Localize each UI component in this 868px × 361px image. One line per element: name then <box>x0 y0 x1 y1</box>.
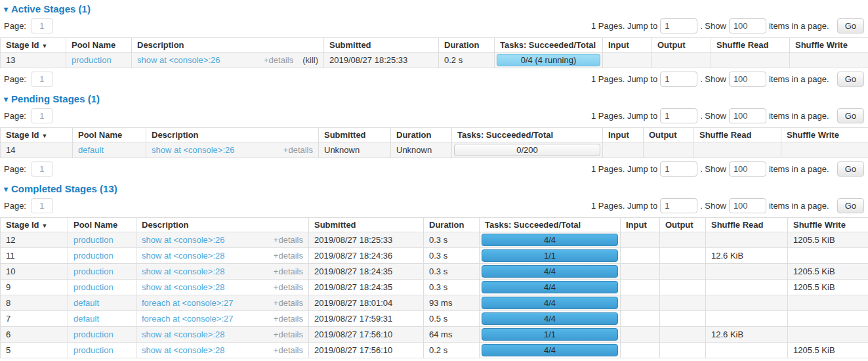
stage-description-link[interactable]: show at <console>:28 <box>142 345 224 355</box>
jump-to-input[interactable] <box>660 72 697 87</box>
input-cell <box>621 327 660 343</box>
column-header-input[interactable]: Input <box>621 218 660 232</box>
column-header-submitted[interactable]: Submitted <box>309 218 424 232</box>
column-header-duration[interactable]: Duration <box>424 218 480 232</box>
details-toggle-link[interactable]: +details <box>264 55 293 65</box>
column-header-pool-name[interactable]: Pool Name <box>73 128 146 142</box>
column-header-description[interactable]: Description <box>132 38 324 53</box>
progress-label: 1/1 <box>482 329 617 340</box>
column-header-duration[interactable]: Duration <box>391 128 452 142</box>
column-header-shuffle-read[interactable]: Shuffle Read <box>711 38 790 53</box>
details-toggle-link[interactable]: +details <box>274 314 303 324</box>
pool-name-link[interactable]: production <box>72 55 112 65</box>
show-count-input[interactable] <box>729 72 766 87</box>
shuffle-write-cell <box>788 311 868 327</box>
details-toggle-link[interactable]: +details <box>274 235 303 245</box>
submitted-cell: 2019/08/27 17:56:10 <box>309 327 424 343</box>
collapse-arrow-icon: ▾ <box>4 95 8 103</box>
column-header-output[interactable]: Output <box>660 218 706 232</box>
kill-stage-link[interactable]: (kill) <box>302 55 318 65</box>
stage-description-link[interactable]: foreach at <console>:27 <box>142 314 234 324</box>
go-button[interactable]: Go <box>837 72 864 87</box>
section-header-completed[interactable]: ▾ Completed Stages (13) <box>4 183 868 194</box>
column-header-description[interactable]: Description <box>146 128 319 142</box>
jump-to-input[interactable] <box>660 198 697 213</box>
details-toggle-link[interactable]: +details <box>274 251 303 261</box>
current-page-box[interactable]: 1 <box>31 18 53 33</box>
section-title-label: Completed Stages (13) <box>11 183 117 194</box>
section-pending: ▾ Pending Stages (1) Page:11 Pages. Jump… <box>0 93 868 180</box>
jump-to-input[interactable] <box>660 18 697 33</box>
section-header-active[interactable]: ▾ Active Stages (1) <box>4 3 868 14</box>
column-header-shuffle-read[interactable]: Shuffle Read <box>694 128 781 142</box>
column-header-output[interactable]: Output <box>644 128 694 142</box>
pool-name-link[interactable]: production <box>73 235 114 245</box>
section-header-pending[interactable]: ▾ Pending Stages (1) <box>4 93 868 104</box>
pool-name-link[interactable]: production <box>73 282 114 292</box>
details-toggle-link[interactable]: +details <box>274 266 303 276</box>
stage-description-link[interactable]: show at <console>:28 <box>142 329 224 339</box>
show-count-input[interactable] <box>729 108 766 123</box>
pool-name-link[interactable]: default <box>78 145 104 155</box>
current-page-box[interactable]: 1 <box>31 161 53 177</box>
column-header-description[interactable]: Description <box>136 218 309 232</box>
details-toggle-link[interactable]: +details <box>274 282 303 292</box>
show-count-input[interactable] <box>729 161 766 177</box>
stage-description-link[interactable]: show at <console>:26 <box>152 145 234 155</box>
output-cell <box>660 248 706 264</box>
column-header-shuffle-read[interactable]: Shuffle Read <box>706 218 788 232</box>
column-header-shuffle-write[interactable]: Shuffle Write <box>790 38 868 53</box>
stage-description-link[interactable]: show at <console>:28 <box>142 282 224 292</box>
column-header-input[interactable]: Input <box>603 128 644 142</box>
column-header-stage-id[interactable]: Stage Id▼ <box>1 128 73 142</box>
jump-to-input[interactable] <box>660 108 697 123</box>
column-header-shuffle-write[interactable]: Shuffle Write <box>781 128 868 142</box>
task-progress-bar: 4/4 <box>482 281 618 293</box>
column-header-tasks-succeeded-total[interactable]: Tasks: Succeeded/Total <box>480 218 621 232</box>
jump-to-input[interactable] <box>660 161 697 177</box>
pool-name-link[interactable]: production <box>73 266 114 276</box>
details-toggle-link[interactable]: +details <box>274 329 303 339</box>
column-header-duration[interactable]: Duration <box>439 38 495 53</box>
pool-name-link[interactable]: production <box>73 251 114 261</box>
pool-name-link[interactable]: production <box>73 345 114 355</box>
details-toggle-link[interactable]: +details <box>283 145 313 155</box>
column-header-tasks-succeeded-total[interactable]: Tasks: Succeeded/Total <box>452 128 603 142</box>
details-toggle-link[interactable]: +details <box>274 345 303 355</box>
stage-description-link[interactable]: show at <console>:26 <box>142 235 224 245</box>
current-page-box[interactable]: 1 <box>31 198 53 213</box>
column-header-submitted[interactable]: Submitted <box>324 38 439 53</box>
stage-description-link[interactable]: show at <console>:28 <box>142 251 224 261</box>
current-page-box[interactable]: 1 <box>31 72 53 87</box>
pool-name-link[interactable]: default <box>73 314 99 324</box>
column-header-stage-id[interactable]: Stage Id▼ <box>1 218 68 232</box>
page-label: Page: <box>4 74 26 84</box>
column-header-shuffle-write[interactable]: Shuffle Write <box>788 218 868 232</box>
stage-description-link[interactable]: show at <console>:28 <box>142 266 224 276</box>
column-header-pool-name[interactable]: Pool Name <box>68 218 136 232</box>
column-header-input[interactable]: Input <box>603 38 652 53</box>
column-header-tasks-succeeded-total[interactable]: Tasks: Succeeded/Total <box>495 38 603 53</box>
go-button[interactable]: Go <box>837 198 864 213</box>
details-toggle-link[interactable]: +details <box>274 298 303 308</box>
task-progress-bar: 4/4 <box>482 344 618 356</box>
go-button[interactable]: Go <box>837 18 864 33</box>
submitted-cell: Unknown <box>319 142 391 158</box>
stage-description-link[interactable]: show at <console>:26 <box>137 55 220 65</box>
duration-cell: 93 ms <box>424 295 480 311</box>
go-button[interactable]: Go <box>837 108 864 123</box>
shuffle-write-cell <box>788 327 868 343</box>
show-count-input[interactable] <box>729 18 766 33</box>
pool-name-link[interactable]: default <box>73 298 99 308</box>
column-header-pool-name[interactable]: Pool Name <box>66 38 132 53</box>
column-header-stage-id[interactable]: Stage Id▼ <box>1 38 66 53</box>
pool-name-link[interactable]: production <box>73 329 114 339</box>
description-cell: show at <console>:28+details <box>136 248 309 264</box>
go-button[interactable]: Go <box>837 161 864 177</box>
show-count-input[interactable] <box>729 198 766 213</box>
current-page-box[interactable]: 1 <box>31 108 53 123</box>
column-header-submitted[interactable]: Submitted <box>319 128 391 142</box>
column-header-output[interactable]: Output <box>652 38 711 53</box>
stage-description-link[interactable]: foreach at <console>:27 <box>142 298 234 308</box>
sort-descending-icon: ▼ <box>42 133 48 139</box>
